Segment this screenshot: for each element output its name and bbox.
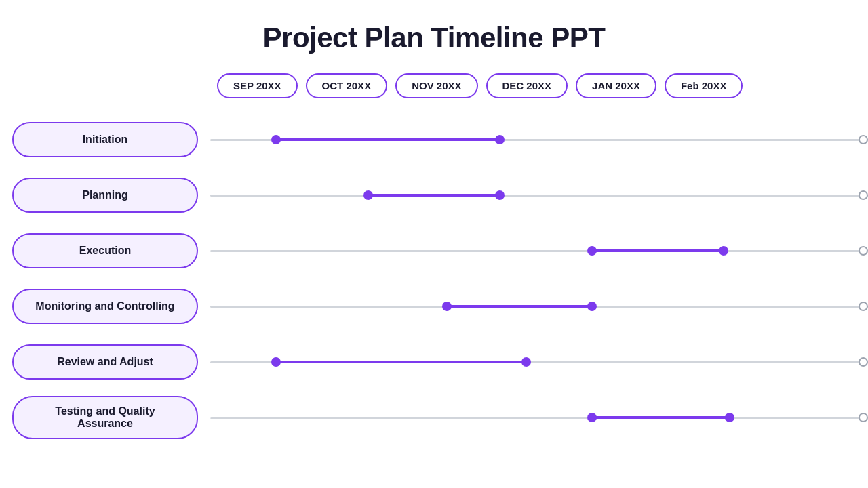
bar-area-testing (210, 390, 868, 445)
start-dot-testing (587, 413, 597, 422)
end-circle-initiation (859, 135, 868, 144)
label-pill-review: Review and Adjust (12, 344, 198, 380)
start-dot-planning (363, 190, 373, 200)
start-dot-monitoring (442, 302, 452, 311)
end-circle-monitoring (859, 302, 868, 311)
months-row: SEP 20XXOCT 20XXNOV 20XXDEC 20XXJAN 20XX… (217, 73, 743, 98)
segment-monitoring (447, 305, 591, 308)
month-badge-2: NOV 20XX (395, 73, 477, 98)
month-badge-0: SEP 20XX (217, 73, 298, 98)
segment-planning (368, 194, 500, 197)
end-dot-planning (495, 190, 505, 200)
label-pill-testing: Testing and Quality Assurance (12, 396, 198, 439)
bar-area-monitoring (210, 279, 868, 334)
label-pill-execution: Execution (12, 233, 198, 268)
timeline-row-review: Review and Adjust (0, 334, 868, 390)
month-badge-3: DEC 20XX (486, 73, 568, 98)
start-dot-initiation (271, 135, 281, 144)
segment-initiation (276, 138, 500, 141)
timeline-row-initiation: Initiation (0, 112, 868, 167)
segment-testing (592, 416, 730, 419)
timeline-container: InitiationPlanningExecutionMonitoring an… (0, 112, 868, 445)
label-pill-initiation: Initiation (12, 122, 198, 157)
timeline-row-planning: Planning (0, 167, 868, 223)
month-badge-5: Feb 20XX (665, 73, 743, 98)
month-badge-1: OCT 20XX (306, 73, 388, 98)
bar-area-execution (210, 223, 868, 279)
label-pill-planning: Planning (12, 178, 198, 213)
end-dot-monitoring (587, 302, 597, 311)
bar-area-review (210, 334, 868, 390)
end-dot-execution (719, 246, 728, 256)
label-pill-monitoring: Monitoring and Controlling (12, 289, 198, 324)
end-circle-planning (859, 190, 868, 200)
timeline-row-testing: Testing and Quality Assurance (0, 390, 868, 445)
end-circle-review (859, 357, 868, 367)
timeline-row-execution: Execution (0, 223, 868, 279)
end-dot-testing (725, 413, 734, 422)
start-dot-review (271, 357, 281, 367)
end-dot-initiation (495, 135, 505, 144)
start-dot-execution (587, 246, 597, 256)
end-dot-review (521, 357, 531, 367)
bar-area-planning (210, 167, 868, 223)
track-testing (210, 417, 868, 419)
end-circle-testing (859, 413, 868, 422)
segment-execution (592, 249, 724, 252)
segment-review (276, 361, 526, 363)
track-execution (210, 250, 868, 252)
page-title: Project Plan Timeline PPT (263, 22, 606, 54)
timeline-row-monitoring: Monitoring and Controlling (0, 279, 868, 334)
end-circle-execution (859, 246, 868, 256)
track-planning (210, 195, 868, 197)
month-badge-4: JAN 20XX (576, 73, 656, 98)
bar-area-initiation (210, 112, 868, 167)
